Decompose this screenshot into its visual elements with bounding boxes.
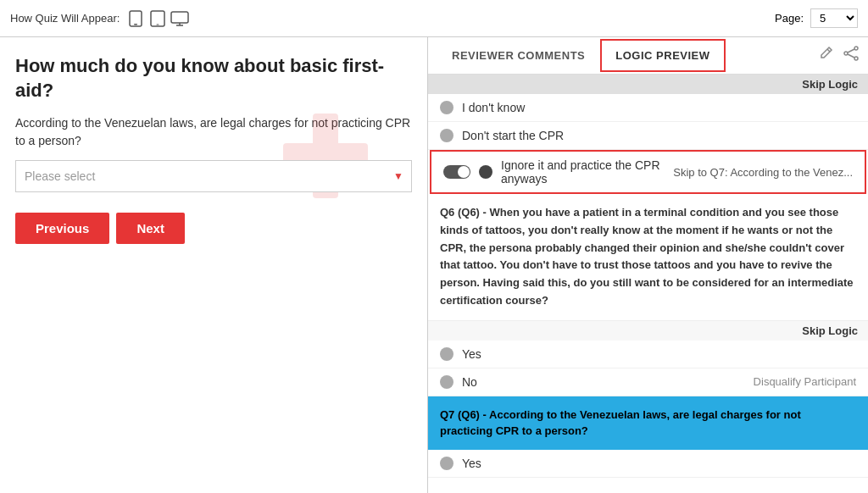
- answer-select[interactable]: Please select: [15, 160, 412, 192]
- svg-point-5: [854, 47, 858, 50]
- disqualify-text: Disqualify Participant: [754, 375, 856, 388]
- q7-text: Q7 (Q6) - According to the Venezuelan la…: [440, 408, 801, 438]
- tablet-icon[interactable]: [148, 11, 167, 26]
- next-button[interactable]: Next: [116, 213, 185, 244]
- radio-circle-q6-2: [440, 375, 453, 389]
- svg-point-7: [854, 57, 858, 60]
- tab-logic-preview[interactable]: LOGIC PREVIEW: [600, 39, 725, 72]
- radio-circle-1: [440, 101, 453, 114]
- skip-logic-label-q6: Skip Logic: [428, 321, 868, 341]
- right-panel: REVIEWER COMMENTS LOGIC PREVIEW: [428, 37, 868, 493]
- radio-circle-3: [479, 165, 492, 179]
- answer-row-q5-3: Ignore it and practice the CPR anyways S…: [430, 150, 866, 194]
- answer-row-q6-1: Yes: [428, 341, 868, 368]
- how-quiz-label: How Quiz Will Appear:: [10, 12, 120, 25]
- skip-logic-header-q5: Skip Logic: [428, 75, 868, 94]
- svg-rect-4: [171, 12, 188, 23]
- answer-row-q6-2: No Disqualify Participant: [428, 368, 868, 396]
- share-icon[interactable]: [843, 45, 860, 66]
- page-selector[interactable]: Page: 5 1 2 3 4: [775, 8, 858, 28]
- desktop-icon[interactable]: [170, 11, 189, 26]
- skip-logic-label-text: Skip Logic: [802, 324, 858, 337]
- toggle-switch-3[interactable]: [443, 165, 470, 179]
- radio-circle-2: [440, 129, 453, 142]
- answer-row-q7-1: Yes: [428, 450, 868, 478]
- answer-text-2: Don't start the CPR: [462, 129, 856, 142]
- q6-block: Q6 (Q6) - When you have a patient in a t…: [428, 194, 868, 321]
- logic-content: Skip Logic I don't know Don't start the …: [428, 75, 868, 493]
- answer-text-q6-1: Yes: [462, 347, 856, 361]
- skip-logic-header-text: Skip Logic: [802, 78, 858, 91]
- q7-block: Q7 (Q6) - According to the Venezuelan la…: [428, 396, 868, 450]
- answer-row-q5-2: Don't start the CPR: [428, 122, 868, 150]
- tab-reviewer-comments[interactable]: REVIEWER COMMENTS: [437, 39, 600, 72]
- answer-text-q6-2: No: [462, 375, 745, 389]
- page-label-text: Page:: [775, 12, 804, 25]
- svg-point-6: [844, 52, 848, 55]
- answer-select-container[interactable]: Please select ▼: [15, 160, 412, 192]
- answer-text-3: Ignore it and practice the CPR anyways: [501, 158, 665, 186]
- quiz-title: How much do you know about basic first-a…: [15, 54, 412, 102]
- radio-circle-q7-1: [440, 457, 453, 470]
- page-select-input[interactable]: 5 1 2 3 4: [810, 8, 858, 28]
- answer-row-q5-1: I don't know: [428, 94, 868, 122]
- header-left: How Quiz Will Appear:: [10, 11, 189, 26]
- left-panel: How much do you know about basic first-a…: [0, 37, 428, 493]
- answer-text-q7-1: Yes: [462, 457, 856, 470]
- answer-text-1: I don't know: [462, 101, 856, 114]
- tab-action-icons: [817, 45, 860, 66]
- edit-icon[interactable]: [817, 45, 834, 66]
- tabs-bar: REVIEWER COMMENTS LOGIC PREVIEW: [428, 37, 868, 75]
- device-icons: [126, 11, 189, 26]
- svg-rect-3: [157, 24, 159, 25]
- svg-rect-2: [151, 11, 164, 26]
- skip-to-text-3: Skip to Q7: According to the Venez...: [673, 166, 853, 179]
- previous-button[interactable]: Previous: [15, 213, 109, 244]
- q6-text: Q6 (Q6) - When you have a patient in a t…: [440, 206, 854, 307]
- navigation-buttons: Previous Next: [15, 213, 412, 244]
- mobile-icon[interactable]: [126, 11, 145, 26]
- main-layout: How much do you know about basic first-a…: [0, 37, 868, 493]
- svg-rect-1: [134, 24, 137, 25]
- radio-circle-q6-1: [440, 347, 453, 361]
- header: How Quiz Will Appear:: [0, 0, 868, 37]
- quiz-question: According to the Venezuelan laws, are le…: [15, 114, 412, 150]
